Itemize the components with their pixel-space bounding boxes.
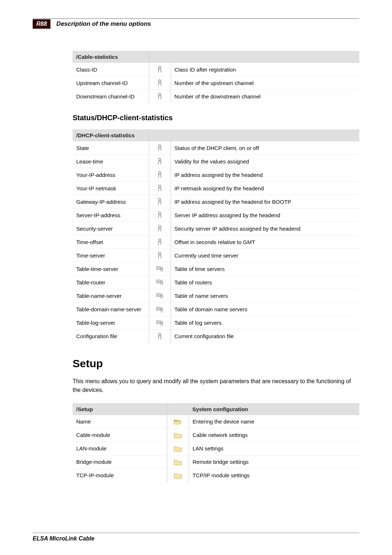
row-icon-cell (149, 235, 171, 249)
row-description: Validity for the values assigned (171, 155, 359, 168)
row-description: Number of the upstream channel (171, 76, 359, 90)
row-icon-cell (149, 276, 171, 289)
table-row: Class-IDClass ID after registration (73, 63, 359, 76)
row-description: Server IP address assigned by the headen… (171, 208, 359, 222)
info-icon (155, 185, 164, 192)
row-name: LAN-module (73, 442, 167, 455)
row-name: Downstream channel-ID (73, 90, 149, 103)
info-icon (155, 225, 164, 232)
info-icon (155, 93, 164, 100)
table-header-blank (149, 129, 359, 141)
row-name: State (73, 141, 149, 155)
table-row: Table-routerTable of routers (73, 276, 359, 289)
row-icon-cell (149, 76, 171, 90)
page-header: R88 Description of the menu options (33, 18, 359, 29)
table-row: StateStatus of the DHCP client, on or of… (73, 141, 359, 155)
row-name: Server-IP-address (73, 208, 149, 222)
table-icon (155, 292, 164, 299)
table-header-blank (167, 403, 189, 415)
row-icon-cell (149, 168, 171, 182)
row-name: TCP-IP-module (73, 469, 167, 482)
table-row: NameEntering the device name (73, 415, 359, 429)
row-description: TCP/IP module settings (189, 469, 359, 482)
row-description: IP netmask assigned by the headend (171, 182, 359, 195)
table-icon (155, 279, 164, 286)
row-name: Time-offset (73, 235, 149, 249)
info-icon (155, 171, 164, 178)
row-icon-cell (149, 141, 171, 155)
row-name: Table-domain-name-server (73, 303, 149, 316)
row-description: IP address assigned by the headend for B… (171, 195, 359, 208)
row-description: Table of time servers (171, 262, 359, 276)
folder-icon (173, 445, 182, 452)
table-row: Upstream channel-IDNumber of the upstrea… (73, 76, 359, 90)
row-icon-cell (167, 455, 189, 469)
row-name: Cable-module (73, 428, 167, 442)
row-icon-cell (149, 222, 171, 235)
row-icon-cell (149, 90, 171, 103)
table-header: /Setup System configuration (73, 403, 359, 415)
table-header-path: /Setup (73, 403, 167, 415)
row-description: LAN settings (189, 442, 359, 455)
table-header-blank (149, 51, 359, 63)
info-icon (155, 252, 164, 259)
table-row: Downstream channel-IDNumber of the downs… (73, 90, 359, 103)
table-row: Configuration fileCurrent configuration … (73, 329, 359, 343)
row-name: Time-server (73, 249, 149, 262)
table-header: /DHCP-client-statistics (73, 129, 359, 141)
page-header-title: Description of the menu options (56, 19, 151, 29)
row-name: Your-IP netmask (73, 182, 149, 195)
row-description: Number of the downstream channel (171, 90, 359, 103)
setup-description: This menu allows you to query and modify… (73, 377, 359, 394)
info-icon (155, 144, 164, 151)
row-description: Currently used time server (171, 249, 359, 262)
row-description: Current configuration file (171, 329, 359, 343)
info-icon (155, 211, 164, 219)
page-footer: ELSA MicroLink Cable (33, 532, 359, 542)
folder-icon (173, 472, 182, 479)
row-icon-cell (149, 195, 171, 208)
info-icon (155, 333, 164, 340)
row-icon-cell (149, 155, 171, 168)
table-icon (155, 319, 164, 327)
row-description: Class ID after registration (171, 63, 359, 76)
table-header-path: /Cable-statistics (73, 51, 149, 63)
row-icon-cell (149, 329, 171, 343)
row-name: Name (73, 415, 167, 429)
row-icon-cell (167, 415, 189, 429)
row-name: Upstream channel-ID (73, 76, 149, 90)
row-name: Table-time-server (73, 262, 149, 276)
table-row: LAN-moduleLAN settings (73, 442, 359, 455)
table-row: Gateway-IP-addressIP address assigned by… (73, 195, 359, 208)
table-header: /Cable-statistics (73, 51, 359, 63)
table-row: Security-serverSecurity server IP addres… (73, 222, 359, 235)
folder-open-icon (173, 418, 182, 425)
setup-table: /Setup System configuration NameEntering… (73, 403, 359, 482)
row-name: Security-server (73, 222, 149, 235)
table-row: Lease-timeValidity for the values assign… (73, 155, 359, 168)
table-row: Your-IP netmaskIP netmask assigned by th… (73, 182, 359, 195)
row-description: Remote bridge settings (189, 455, 359, 469)
row-description: Offset in seconds relative to GMT (171, 235, 359, 249)
table-header-path: /DHCP-client-statistics (73, 129, 149, 141)
row-icon-cell (149, 289, 171, 303)
dhcp-client-stats-heading: Status/DHCP-client-statistics (73, 114, 359, 122)
row-name: Table-log-server (73, 316, 149, 329)
row-name: Class-ID (73, 63, 149, 76)
dhcp-client-statistics-table: /DHCP-client-statistics StateStatus of t… (73, 129, 359, 343)
row-icon-cell (149, 303, 171, 316)
row-icon-cell (149, 208, 171, 222)
setup-heading: Setup (73, 357, 359, 370)
info-icon (155, 79, 164, 86)
row-name: Table-name-server (73, 289, 149, 303)
row-description: Table of domain name servers (171, 303, 359, 316)
table-row: TCP-IP-moduleTCP/IP module settings (73, 469, 359, 482)
row-name: Table-router (73, 276, 149, 289)
table-row: Cable-moduleCable network settings (73, 428, 359, 442)
folder-icon (173, 458, 182, 466)
row-description: Table of log servers (171, 316, 359, 329)
row-description: Status of the DHCP client, on or off (171, 141, 359, 155)
table-row: Table-time-serverTable of time servers (73, 262, 359, 276)
row-description: Cable network settings (189, 428, 359, 442)
table-row: Bridge-moduleRemote bridge settings (73, 455, 359, 469)
